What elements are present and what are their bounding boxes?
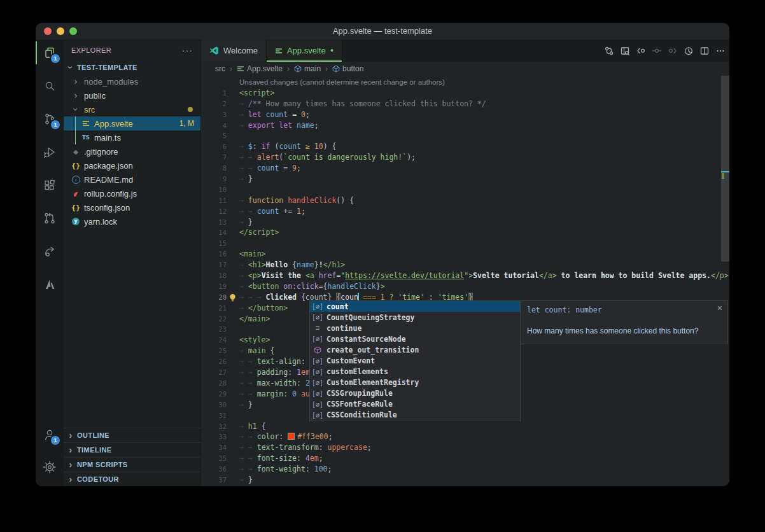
account-icon[interactable]: 1 — [36, 420, 64, 449]
code-line-14[interactable]: 14</script> — [201, 227, 729, 238]
section-npm-scripts[interactable]: ›NPM SCRIPTS — [64, 457, 200, 472]
suggest-item-CustomElementRegistry[interactable]: [∅]CustomElementRegistry — [310, 377, 520, 388]
more-actions-icon[interactable]: ··· — [182, 45, 193, 55]
symbol-variable-icon: [∅] — [312, 335, 323, 342]
code-line-5[interactable]: 5 — [201, 130, 729, 141]
code-line-4[interactable]: 4→ export let name; — [201, 120, 729, 131]
search-icon[interactable] — [36, 71, 64, 101]
dirty-indicator[interactable]: ● — [330, 48, 333, 53]
code-line-3[interactable]: 3→ let count = 0; — [201, 109, 729, 120]
suggest-item-CSSFontFaceRule[interactable]: [∅]CSSFontFaceRule — [310, 399, 520, 410]
source-control-icon[interactable]: 1 — [36, 104, 64, 134]
open-preview-icon[interactable] — [620, 46, 630, 56]
file-row-node_modules[interactable]: ›node_modules — [64, 74, 200, 88]
tab-welcome[interactable]: Welcome — [201, 39, 267, 62]
chevron-right-icon: › — [71, 92, 80, 99]
editor-scrollbar — [721, 76, 729, 486]
file-row-main.ts[interactable]: TSmain.ts — [64, 130, 200, 144]
explorer-icon[interactable]: 1 — [36, 38, 64, 67]
section-outline[interactable]: ›OUTLINE — [64, 428, 200, 442]
file-row-App.svelte[interactable]: App.svelte1, M — [64, 116, 200, 130]
code-line-34[interactable]: 34→ → text-transform: uppercase; — [201, 442, 729, 453]
blame-line[interactable]: Unsaved changes (cannot determine recent… — [201, 77, 729, 88]
code-line-18[interactable]: 18→ <p>Visit the <a href="https://svelte… — [201, 270, 729, 281]
extensions-icon[interactable] — [36, 171, 64, 200]
file-row-yarn.lock[interactable]: yyarn.lock — [64, 214, 200, 228]
code-line-13[interactable]: 13→ } — [201, 217, 729, 228]
file-row-package.json[interactable]: {}package.json — [64, 158, 200, 172]
suggest-item-create_out_transition[interactable]: create_out_transition — [310, 344, 520, 355]
file-row-rollup.config.js[interactable]: rollup.config.js — [64, 186, 200, 200]
breadcrumb-item-main[interactable]: main — [294, 64, 321, 73]
close-icon[interactable]: × — [717, 303, 722, 313]
close-window-button[interactable] — [44, 27, 52, 35]
code-line-32[interactable]: 32→ h1 { — [201, 421, 729, 432]
suggest-item-count[interactable]: [∅]count — [310, 301, 520, 312]
suggest-item-CSSConditionRule[interactable]: [∅]CSSConditionRule — [310, 410, 520, 421]
split-editor-icon[interactable] — [699, 46, 710, 56]
current-change-icon[interactable] — [652, 46, 662, 56]
code-line-8[interactable]: 8→ → count = 9; — [201, 163, 729, 174]
code-line-7[interactable]: 7→ → alert(`count is dangerously high!`)… — [201, 152, 729, 163]
zoom-window-button[interactable] — [69, 27, 77, 35]
overview-caret-marker — [721, 171, 729, 172]
section-timeline[interactable]: ›TIMELINE — [64, 442, 200, 457]
suggest-item-customElements[interactable]: [∅]customElements — [310, 367, 520, 377]
file-row-tsconfig.json[interactable]: {}tsconfig.json — [64, 200, 200, 214]
code-line-16[interactable]: 16<main> — [201, 249, 729, 260]
line-content: → export let name; — [239, 120, 319, 131]
code-line-33[interactable]: 33→ → color: #ff3e00; — [201, 431, 729, 442]
file-row-.gitignore[interactable]: ◆.gitignore — [64, 144, 200, 158]
suggest-item-CustomEvent[interactable]: [∅]CustomEvent — [310, 355, 520, 366]
symbol-variable-icon: [∅] — [312, 412, 323, 419]
tree-root-test-template[interactable]: › TEST-TEMPLATE — [64, 60, 200, 74]
run-debug-icon[interactable] — [36, 137, 64, 167]
section-label: TIMELINE — [77, 446, 112, 454]
more-actions-icon[interactable] — [715, 46, 726, 56]
github-icon[interactable] — [36, 204, 64, 233]
code-line-35[interactable]: 35→ → font-size: 4em; — [201, 453, 729, 464]
file-row-src[interactable]: ›src — [64, 102, 200, 116]
scrollbar-thumb[interactable] — [721, 76, 729, 262]
code-line-19[interactable]: 19→ <button on:click={handleClick}> — [201, 281, 729, 292]
code-editor[interactable]: Unsaved changes (cannot determine recent… — [201, 76, 729, 486]
chevron-right-icon: › — [67, 461, 74, 468]
line-content: → function handleClick() { — [239, 195, 354, 206]
symbol-cube-icon — [294, 65, 302, 73]
code-line-11[interactable]: 11→ function handleClick() { — [201, 195, 729, 206]
suggest-item-continue[interactable]: ≡continue — [310, 323, 520, 333]
breadcrumb-item-src[interactable]: src — [215, 64, 225, 73]
symbol-cube-icon — [332, 65, 340, 73]
code-line-2[interactable]: 2→ /** How many times has someone clicke… — [201, 99, 729, 109]
code-line-15[interactable]: 15 — [201, 238, 729, 249]
code-line-6[interactable]: 6→ $: if (count ≥ 10) { — [201, 141, 729, 152]
breadcrumb-item-button[interactable]: button — [332, 64, 363, 73]
breadcrumb-item-app-svelte[interactable]: App.svelte — [237, 64, 283, 73]
previous-change-icon[interactable] — [636, 46, 646, 56]
suggest-item-CSSGroupingRule[interactable]: [∅]CSSGroupingRule — [310, 388, 520, 399]
color-swatch[interactable] — [288, 433, 295, 440]
settings-icon[interactable] — [36, 452, 64, 482]
code-line-12[interactable]: 12→ → count += 1; — [201, 206, 729, 217]
tab-app-svelte[interactable]: App.svelte● — [267, 39, 342, 62]
code-line-17[interactable]: 17→ <h1>Hello {name}!</h1> — [201, 260, 729, 270]
azure-icon[interactable] — [36, 270, 64, 299]
code-line-1[interactable]: 1<script> — [201, 88, 729, 99]
code-line-10[interactable]: 10 — [201, 185, 729, 195]
suggest-item-ConstantSourceNode[interactable]: [∅]ConstantSourceNode — [310, 333, 520, 344]
git-compare-icon[interactable] — [604, 46, 614, 56]
code-line-9[interactable]: 9→ } — [201, 174, 729, 185]
code-line-36[interactable]: 36→ → font-weight: 100; — [201, 464, 729, 475]
suggest-item-CountQueuingStrategy[interactable]: [∅]CountQueuingStrategy — [310, 312, 520, 323]
active-indent-guide — [75, 116, 76, 144]
minimize-window-button[interactable] — [57, 27, 64, 35]
next-change-icon[interactable] — [668, 46, 678, 56]
line-number: 22 — [201, 314, 227, 325]
section-codetour[interactable]: ›CODETOUR — [64, 472, 200, 486]
file-row-README.md[interactable]: iREADME.md — [64, 172, 200, 186]
line-content: → → count = 9; — [239, 163, 301, 174]
timeline-icon[interactable] — [684, 46, 694, 56]
file-row-public[interactable]: ›public — [64, 88, 200, 102]
live-share-icon[interactable] — [36, 237, 64, 266]
code-line-37[interactable]: 37→ } — [201, 475, 729, 486]
